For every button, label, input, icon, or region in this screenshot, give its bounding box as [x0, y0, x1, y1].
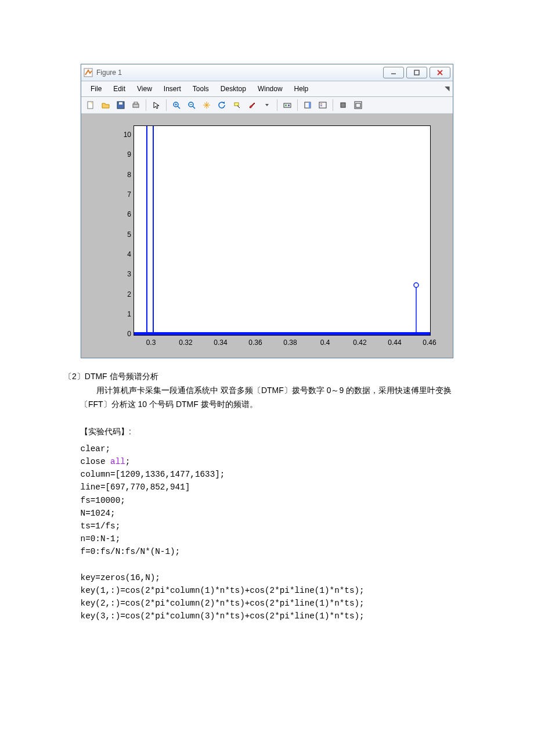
menubar: File Edit View Insert Tools Desktop Wind… [81, 81, 453, 97]
marker-circle-icon [414, 283, 418, 287]
window-title: Figure 1 [96, 69, 122, 76]
svg-rect-19 [234, 103, 239, 106]
plot-canvas[interactable]: 0 1 2 3 4 5 6 7 8 9 10 0.3 0.32 0.34 0.3… [81, 114, 453, 358]
menu-help[interactable]: Help [288, 83, 315, 95]
menu-edit[interactable]: Edit [107, 83, 131, 95]
toolbar [81, 97, 453, 114]
close-button[interactable] [430, 67, 450, 78]
xtick-5: 0.4 [313, 339, 337, 346]
svg-line-20 [237, 106, 240, 108]
toolbar-separator [297, 99, 298, 111]
toolbar-separator [277, 99, 277, 111]
dock-chevron-icon[interactable]: ◥ [445, 85, 449, 92]
figure-window: Figure 1 File Edit View Insert Tools Des… [81, 64, 453, 358]
save-icon[interactable] [114, 98, 128, 112]
xtick-1: 0.32 [174, 339, 197, 346]
svg-rect-24 [288, 105, 290, 106]
svg-rect-2 [414, 70, 419, 75]
menu-file[interactable]: File [85, 83, 107, 95]
menu-desktop[interactable]: Desktop [215, 83, 252, 95]
titlebar-spacer [127, 67, 376, 78]
matlab-icon [84, 68, 93, 77]
svg-rect-32 [356, 103, 360, 107]
xtick-2: 0.34 [209, 339, 232, 346]
dock-icon[interactable] [351, 98, 365, 112]
menu-window[interactable]: Window [252, 83, 288, 95]
menu-view[interactable]: View [131, 83, 158, 95]
pointer-icon[interactable] [149, 98, 163, 112]
new-file-icon[interactable] [84, 98, 98, 112]
svg-rect-30 [341, 103, 345, 107]
menu-insert[interactable]: Insert [158, 83, 187, 95]
zoom-out-icon[interactable] [185, 98, 199, 112]
svg-rect-8 [119, 102, 122, 105]
svg-line-16 [193, 106, 195, 109]
ytick-3: 3 [114, 271, 131, 278]
ytick-10: 10 [114, 131, 131, 138]
hide-tools-icon[interactable] [336, 98, 350, 112]
titlebar[interactable]: Figure 1 [81, 64, 453, 81]
svg-rect-26 [309, 102, 311, 108]
ytick-0: 0 [114, 330, 131, 337]
toolbar-separator [166, 99, 167, 111]
link-icon[interactable] [280, 98, 294, 112]
rotate-icon[interactable] [215, 98, 229, 112]
svg-rect-22 [284, 103, 291, 107]
section-paragraph: 用计算机声卡采集一段通信系统中 双音多频〔DTMF〕拨号数字 0～9 的数据，采… [64, 384, 470, 412]
xtick-3: 0.36 [244, 339, 267, 346]
svg-marker-21 [265, 104, 269, 106]
svg-rect-23 [285, 105, 287, 106]
menu-tools[interactable]: Tools [187, 83, 215, 95]
print-icon[interactable] [129, 98, 143, 112]
ytick-2: 2 [114, 291, 131, 298]
colorbar-icon[interactable] [301, 98, 315, 112]
legend-icon[interactable] [316, 98, 330, 112]
open-file-icon[interactable] [99, 98, 113, 112]
ytick-8: 8 [114, 171, 131, 178]
svg-rect-9 [133, 104, 139, 107]
section-heading: 〔2〕DTMF 信号频谱分析 [64, 370, 470, 384]
zoom-in-icon[interactable] [169, 98, 183, 112]
ytick-9: 9 [114, 151, 131, 158]
svg-rect-10 [134, 102, 138, 104]
ytick-4: 4 [114, 251, 131, 258]
axes [134, 125, 431, 336]
ytick-1: 1 [114, 311, 131, 318]
ytick-7: 7 [114, 191, 131, 198]
svg-line-12 [178, 106, 180, 109]
ytick-5: 5 [114, 231, 131, 238]
toolbar-separator [146, 99, 146, 111]
brush-dropdown-icon[interactable] [260, 98, 274, 112]
code-label: 【实验代码】: [64, 425, 470, 439]
xtick-4: 0.38 [279, 339, 302, 346]
xtick-7: 0.44 [383, 339, 406, 346]
ytick-6: 6 [114, 211, 131, 218]
pan-icon[interactable] [200, 98, 214, 112]
code-block: clear; close all; column=[1209,1336,1477… [64, 442, 470, 622]
svg-rect-27 [319, 102, 326, 108]
brush-icon[interactable] [245, 98, 259, 112]
toolbar-separator [333, 99, 333, 111]
data-cursor-icon[interactable] [230, 98, 244, 112]
xtick-6: 0.42 [348, 339, 371, 346]
maximize-button[interactable] [406, 67, 427, 78]
plot-svg [134, 126, 430, 335]
document-body: 〔2〕DTMF 信号频谱分析 用计算机声卡采集一段通信系统中 双音多频〔DTMF… [64, 370, 470, 622]
xtick-0: 0.3 [139, 339, 163, 346]
minimize-button[interactable] [383, 67, 404, 78]
xtick-8: 0.46 [418, 339, 441, 346]
